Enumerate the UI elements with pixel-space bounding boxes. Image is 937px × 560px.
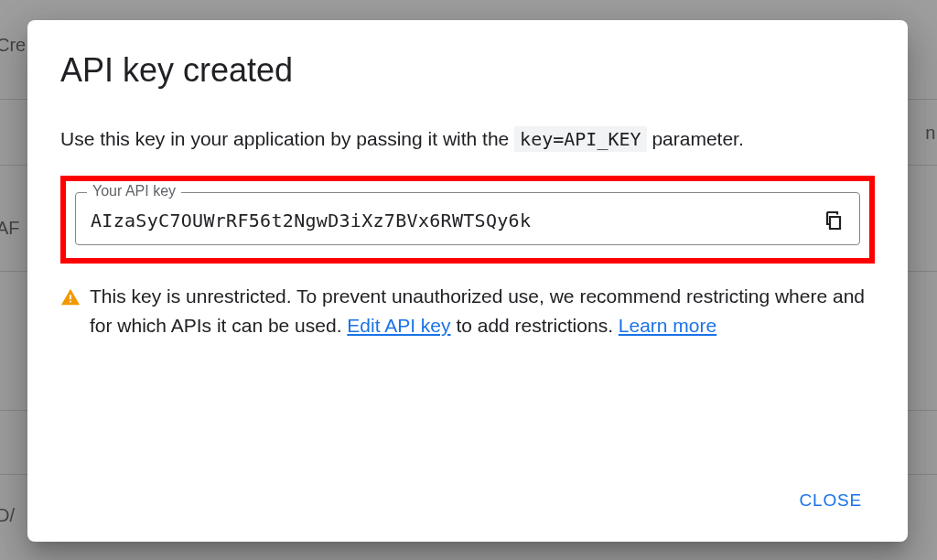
api-key-value: AIzaSyC7OUWrRF56t2NgwD3iXz7BVx6RWTSQy6k <box>91 210 531 232</box>
copy-icon[interactable] <box>823 210 845 232</box>
description-code-param: key=API_KEY <box>514 126 646 152</box>
bg-text: AF <box>0 218 20 239</box>
highlight-annotation-box: Your API key AIzaSyC7OUWrRF56t2NgwD3iXz7… <box>60 176 875 264</box>
description-prefix: Use this key in your application by pass… <box>60 128 514 149</box>
warning-section: This key is unrestricted. To prevent una… <box>60 282 875 341</box>
warning-icon <box>60 286 81 307</box>
bg-text: D/ <box>0 505 15 526</box>
bg-text: n. <box>925 123 937 144</box>
api-key-field: Your API key AIzaSyC7OUWrRF56t2NgwD3iXz7… <box>75 192 860 245</box>
description-suffix: parameter. <box>652 128 743 149</box>
edit-api-key-link[interactable]: Edit API key <box>347 315 450 336</box>
dialog-actions: CLOSE <box>60 463 875 520</box>
learn-more-link[interactable]: Learn more <box>619 315 716 336</box>
bg-text: Cre <box>0 35 26 56</box>
warning-text: This key is unrestricted. To prevent una… <box>90 282 875 341</box>
api-key-created-dialog: API key created Use this key in your app… <box>27 20 908 542</box>
api-key-field-label: Your API key <box>87 183 181 199</box>
warning-mid: to add restrictions. <box>451 315 619 336</box>
close-button[interactable]: CLOSE <box>787 481 875 520</box>
dialog-description: Use this key in your application by pass… <box>60 124 875 154</box>
dialog-title: API key created <box>60 51 875 90</box>
